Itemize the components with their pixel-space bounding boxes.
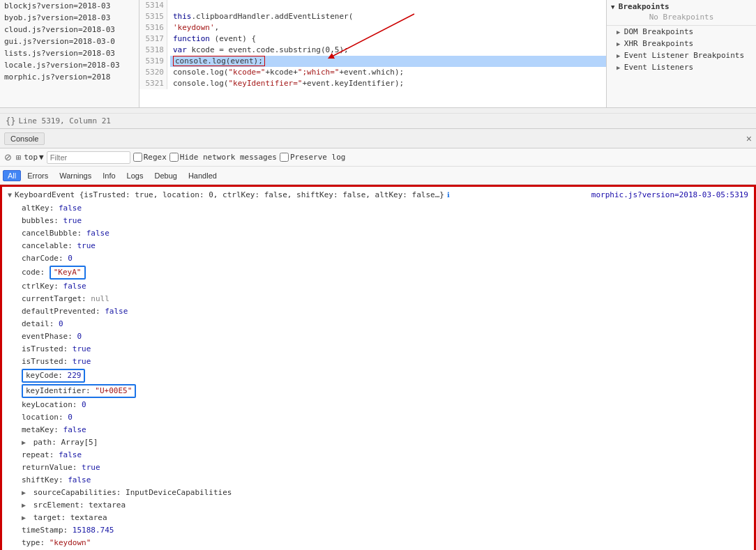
prop-timeStamp: timeStamp: 15188.745 xyxy=(5,524,119,537)
level-handled-button[interactable]: Handled xyxy=(183,170,222,181)
code-icon: {} xyxy=(6,116,15,126)
prop-srcElement[interactable]: ▶ srcElement: textarea xyxy=(5,499,131,512)
preserve-log-checkbox[interactable] xyxy=(280,153,289,162)
filter-input[interactable] xyxy=(47,151,130,164)
event-header[interactable]: ▼ KeyboardEvent {isTrusted: true, locati… xyxy=(5,188,751,202)
file-item[interactable]: morphic.js?version=2018 xyxy=(0,71,139,83)
regex-checkbox[interactable] xyxy=(133,153,142,162)
filter-icon[interactable]: ⊞ xyxy=(16,153,21,162)
prop-sourceCapabilities[interactable]: ▶ sourceCapabilities: InputDeviceCapabil… xyxy=(5,487,237,499)
console-tab[interactable]: Console xyxy=(4,132,45,145)
prop-type: type: "keydown" xyxy=(5,537,96,549)
context-dropdown[interactable]: top ▼ xyxy=(24,153,44,162)
level-info-button[interactable]: Info xyxy=(98,170,120,181)
event-listeners[interactable]: Event Listeners xyxy=(607,61,756,73)
prop-detail: detail: 0 xyxy=(5,318,69,330)
code-line: console.log("kcode="+kcode+";which="+eve… xyxy=(170,67,606,78)
code-line: var kcode = event.code.substring(0,5); xyxy=(170,45,606,56)
keyboard-event-entry: ▼ KeyboardEvent {isTrusted: true, locati… xyxy=(2,187,754,550)
dom-breakpoints[interactable]: DOM Breakpoints xyxy=(607,26,756,38)
event-source-link[interactable]: morphic.js?version=2018-03-05:5319 xyxy=(591,190,748,201)
console-output[interactable]: ▼ KeyboardEvent {isTrusted: true, locati… xyxy=(0,185,756,550)
console-toolbar: Console × xyxy=(0,129,756,148)
prop-code: code: "KeyA" xyxy=(5,265,91,280)
prop-ctrlKey: ctrlKey: false xyxy=(5,280,92,293)
code-line: this.clipboardHandler.addEventListener( xyxy=(170,11,606,22)
prop-bubbles: bubbles: true xyxy=(5,215,87,227)
prop-metaKey: metaKey: false xyxy=(5,424,92,436)
file-list: blockjs?version=2018-03 byob.js?version=… xyxy=(0,0,139,107)
file-item[interactable]: blockjs?version=2018-03 xyxy=(0,0,139,12)
prop-keyIdentifier: keyIdentifier: "U+00E5" xyxy=(5,383,142,399)
file-item[interactable]: byob.js?version=2018-03 xyxy=(0,12,139,24)
filter-bar: ⊘ ⊞ top ▼ Regex Hide network messages Pr… xyxy=(0,148,756,167)
prop-currentTarget: currentTarget: null xyxy=(5,293,115,305)
xhr-breakpoints[interactable]: XHR Breakpoints xyxy=(607,38,756,49)
level-debug-button[interactable]: Debug xyxy=(149,170,181,181)
code-line-selected: console.log(event); xyxy=(170,56,606,67)
level-all-button[interactable]: All xyxy=(3,170,21,181)
event-listener-breakpoints[interactable]: Event Listener Breakpoints xyxy=(607,49,756,61)
expand-toggle[interactable]: ▼ xyxy=(8,190,12,201)
prop-cancelable: cancelable: true xyxy=(5,240,101,252)
context-label: top xyxy=(24,153,38,162)
hide-network-checkbox[interactable] xyxy=(169,153,179,162)
prop-eventPhase: eventPhase: 0 xyxy=(5,330,87,343)
preserve-log-label[interactable]: Preserve log xyxy=(280,153,345,162)
close-button[interactable]: × xyxy=(746,134,752,144)
dropdown-arrow-icon: ▼ xyxy=(39,153,44,162)
breakpoints-title[interactable]: Breakpoints xyxy=(611,2,752,11)
horizontal-scrollbar[interactable] xyxy=(0,108,756,114)
code-area: blockjs?version=2018-03 byob.js?version=… xyxy=(0,0,756,108)
status-text: Line 5319, Column 21 xyxy=(18,116,110,125)
prop-isTrusted-2: isTrusted: true xyxy=(5,356,96,368)
prop-defaultPrevented: defaultPrevented: false xyxy=(5,305,133,318)
file-item[interactable]: cloud.js?version=2018-03 xyxy=(0,24,139,36)
code-content: this.clipboardHandler.addEventListener( … xyxy=(170,0,606,89)
prop-altKey: altKey: false xyxy=(5,202,87,215)
level-logs-button[interactable]: Logs xyxy=(122,170,149,181)
code-line: function (event) { xyxy=(170,33,606,45)
regex-label[interactable]: Regex xyxy=(133,153,167,162)
file-item[interactable]: gui.js?version=2018-03-0 xyxy=(0,36,139,47)
code-line xyxy=(170,0,606,11)
level-errors-button[interactable]: Errors xyxy=(22,170,53,181)
right-panel: Breakpoints No Breakpoints DOM Breakpoin… xyxy=(606,0,756,107)
prop-charCode: charCode: 0 xyxy=(5,252,78,265)
hide-network-label[interactable]: Hide network messages xyxy=(169,153,277,162)
prop-isTrusted-1: isTrusted: true xyxy=(5,343,96,356)
event-label: KeyboardEvent {isTrusted: true, location… xyxy=(15,190,444,201)
level-filter: All Errors Warnings Info Logs Debug Hand… xyxy=(0,167,756,185)
file-item[interactable]: locale.js?version=2018-03 xyxy=(0,59,139,71)
prop-location: location: 0 xyxy=(5,411,78,424)
code-line: console.log("keyIdentifier="+event.keyId… xyxy=(170,78,606,89)
breakpoints-section: Breakpoints No Breakpoints xyxy=(607,0,756,26)
status-bar: {} Line 5319, Column 21 xyxy=(0,114,756,129)
line-numbers: 5314 5315 5316 5317 5318 5319 5320 5321 xyxy=(139,0,167,89)
no-breakpoints: No Breakpoints xyxy=(611,11,752,23)
code-line: 'keydown', xyxy=(170,22,606,33)
prop-cancelBubble: cancelBubble: false xyxy=(5,227,115,240)
code-editor: 5314 5315 5316 5317 5318 5319 5320 5321 … xyxy=(139,0,606,107)
prop-repeat: repeat: false xyxy=(5,449,87,461)
prop-path[interactable]: ▶ path: Array[5] xyxy=(5,436,103,449)
prop-keyCode: keyCode: 229 xyxy=(5,368,91,383)
level-warnings-button[interactable]: Warnings xyxy=(54,170,96,181)
prop-returnValue: returnValue: true xyxy=(5,461,106,474)
prop-shiftKey: shiftKey: false xyxy=(5,474,96,487)
clear-console-button[interactable]: ⊘ xyxy=(3,152,13,162)
file-item[interactable]: lists.js?version=2018-03 xyxy=(0,47,139,59)
prop-target[interactable]: ▶ target: textarea xyxy=(5,512,113,524)
info-icon: ℹ xyxy=(447,190,450,201)
prop-keyLocation: keyLocation: 0 xyxy=(5,399,92,411)
